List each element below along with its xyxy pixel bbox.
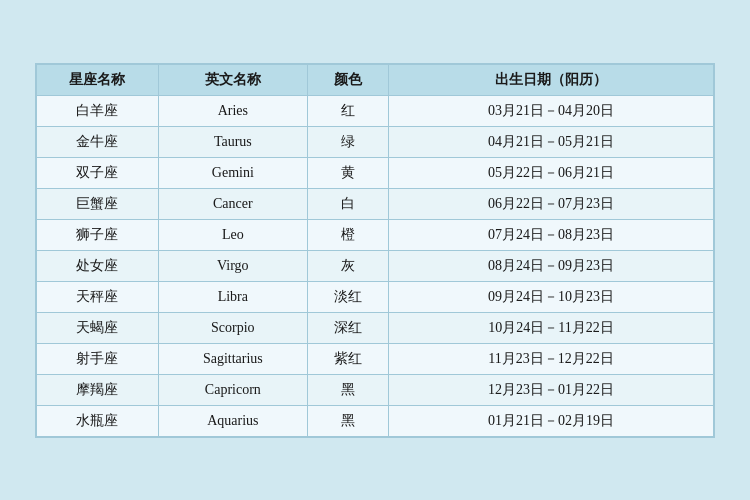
cell-date: 09月24日－10月23日 <box>389 281 714 312</box>
cell-date: 10月24日－11月22日 <box>389 312 714 343</box>
header-name: 星座名称 <box>37 64 159 95</box>
cell-color: 橙 <box>307 219 388 250</box>
cell-zodiac-name: 金牛座 <box>37 126 159 157</box>
table-row: 金牛座Taurus绿04月21日－05月21日 <box>37 126 714 157</box>
cell-zodiac-name: 摩羯座 <box>37 374 159 405</box>
table-header-row: 星座名称 英文名称 颜色 出生日期（阳历） <box>37 64 714 95</box>
table-row: 水瓶座Aquarius黑01月21日－02月19日 <box>37 405 714 436</box>
cell-date: 04月21日－05月21日 <box>389 126 714 157</box>
table-row: 白羊座Aries红03月21日－04月20日 <box>37 95 714 126</box>
cell-date: 06月22日－07月23日 <box>389 188 714 219</box>
cell-zodiac-name: 射手座 <box>37 343 159 374</box>
cell-zodiac-name: 天秤座 <box>37 281 159 312</box>
cell-date: 07月24日－08月23日 <box>389 219 714 250</box>
cell-date: 03月21日－04月20日 <box>389 95 714 126</box>
table-row: 射手座Sagittarius紫红11月23日－12月22日 <box>37 343 714 374</box>
cell-color: 绿 <box>307 126 388 157</box>
cell-english-name: Virgo <box>158 250 307 281</box>
cell-date: 11月23日－12月22日 <box>389 343 714 374</box>
table-row: 巨蟹座Cancer白06月22日－07月23日 <box>37 188 714 219</box>
cell-color: 灰 <box>307 250 388 281</box>
cell-english-name: Capricorn <box>158 374 307 405</box>
cell-color: 黑 <box>307 405 388 436</box>
header-color: 颜色 <box>307 64 388 95</box>
cell-english-name: Leo <box>158 219 307 250</box>
cell-color: 淡红 <box>307 281 388 312</box>
cell-english-name: Gemini <box>158 157 307 188</box>
zodiac-table-container: 星座名称 英文名称 颜色 出生日期（阳历） 白羊座Aries红03月21日－04… <box>35 63 715 438</box>
cell-zodiac-name: 狮子座 <box>37 219 159 250</box>
table-row: 处女座Virgo灰08月24日－09月23日 <box>37 250 714 281</box>
cell-english-name: Cancer <box>158 188 307 219</box>
cell-color: 黑 <box>307 374 388 405</box>
cell-date: 08月24日－09月23日 <box>389 250 714 281</box>
cell-zodiac-name: 巨蟹座 <box>37 188 159 219</box>
header-date: 出生日期（阳历） <box>389 64 714 95</box>
table-row: 天秤座Libra淡红09月24日－10月23日 <box>37 281 714 312</box>
cell-zodiac-name: 天蝎座 <box>37 312 159 343</box>
cell-zodiac-name: 双子座 <box>37 157 159 188</box>
cell-english-name: Taurus <box>158 126 307 157</box>
cell-english-name: Libra <box>158 281 307 312</box>
cell-zodiac-name: 白羊座 <box>37 95 159 126</box>
cell-color: 深红 <box>307 312 388 343</box>
cell-date: 01月21日－02月19日 <box>389 405 714 436</box>
table-row: 天蝎座Scorpio深红10月24日－11月22日 <box>37 312 714 343</box>
header-english: 英文名称 <box>158 64 307 95</box>
table-row: 狮子座Leo橙07月24日－08月23日 <box>37 219 714 250</box>
cell-zodiac-name: 处女座 <box>37 250 159 281</box>
cell-date: 05月22日－06月21日 <box>389 157 714 188</box>
cell-english-name: Aries <box>158 95 307 126</box>
cell-color: 黄 <box>307 157 388 188</box>
table-row: 双子座Gemini黄05月22日－06月21日 <box>37 157 714 188</box>
cell-english-name: Sagittarius <box>158 343 307 374</box>
cell-english-name: Scorpio <box>158 312 307 343</box>
cell-color: 白 <box>307 188 388 219</box>
cell-english-name: Aquarius <box>158 405 307 436</box>
table-row: 摩羯座Capricorn黑12月23日－01月22日 <box>37 374 714 405</box>
zodiac-table: 星座名称 英文名称 颜色 出生日期（阳历） 白羊座Aries红03月21日－04… <box>36 64 714 437</box>
cell-date: 12月23日－01月22日 <box>389 374 714 405</box>
cell-color: 红 <box>307 95 388 126</box>
cell-color: 紫红 <box>307 343 388 374</box>
cell-zodiac-name: 水瓶座 <box>37 405 159 436</box>
